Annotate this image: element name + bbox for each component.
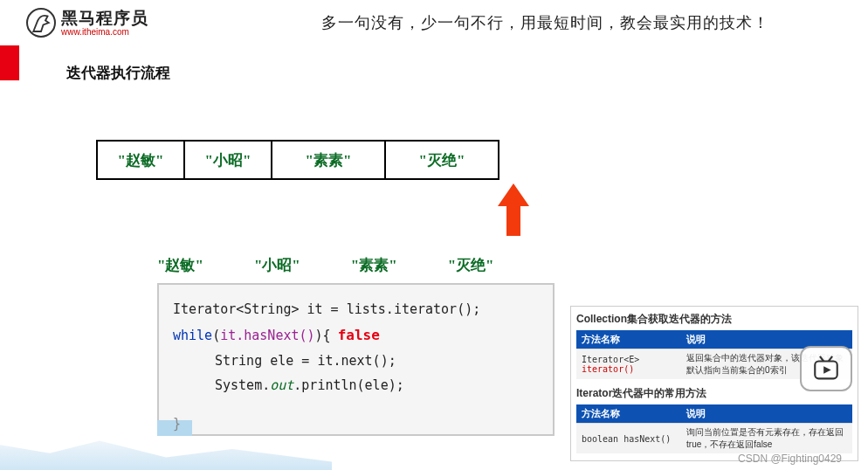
th-desc: 说明 — [681, 404, 852, 424]
array-cell: "素素" — [272, 142, 386, 178]
bilibili-play-button[interactable] — [800, 346, 852, 391]
logo-text: 黑马程序员 — [61, 10, 148, 26]
code-line: while(it.hasNext()){false — [173, 322, 539, 349]
array-row: "赵敏" "小昭" "素素" "灭绝" — [96, 140, 499, 180]
horse-icon — [26, 8, 56, 38]
code-line: } — [159, 411, 181, 437]
logo: 黑马程序员 www.itheima.com — [26, 8, 148, 38]
code-block: Iterator<String> it = lists.iterator(); … — [157, 283, 555, 436]
accent-bar — [0, 45, 19, 80]
th-method: 方法名称 — [576, 404, 681, 424]
section-title: 迭代器执行流程 — [66, 63, 170, 83]
watermark: CSDN @Fighting0429 — [738, 453, 842, 465]
array-cell: "小昭" — [185, 142, 272, 178]
iter-item: "赵敏" — [157, 255, 203, 275]
header: 黑马程序员 www.itheima.com 多一句没有，少一句不行，用最短时间，… — [0, 0, 868, 40]
code-line: Iterator<String> it = lists.iterator(); — [173, 297, 539, 322]
arrow-up-icon — [498, 183, 529, 236]
svg-marker-3 — [823, 366, 831, 374]
methods-table-2: 方法名称 说明 boolean hasNext() 询问当前位置是否有元素存在，… — [576, 404, 852, 453]
iteration-outputs: "赵敏" "小昭" "素素" "灭绝" — [157, 255, 494, 275]
iter-item: "小昭" — [254, 255, 300, 275]
code-line: System.out.println(ele); — [173, 373, 539, 398]
false-annotation: false — [338, 327, 380, 343]
array-cell: "灭绝" — [386, 142, 499, 178]
tagline: 多一句没有，少一句不行，用最短时间，教会最实用的技术！ — [321, 12, 769, 33]
iter-item: "素素" — [351, 255, 397, 275]
side-title-1: Collection集合获取迭代器的方法 — [576, 312, 852, 327]
logo-url: www.itheima.com — [61, 28, 148, 37]
array-cell: "赵敏" — [98, 142, 185, 178]
th-method: 方法名称 — [576, 330, 681, 349]
code-line: String ele = it.next(); — [173, 349, 539, 374]
iter-item: "灭绝" — [448, 255, 494, 275]
table-row: boolean hasNext() 询问当前位置是否有元素存在，存在返回true… — [576, 424, 852, 454]
